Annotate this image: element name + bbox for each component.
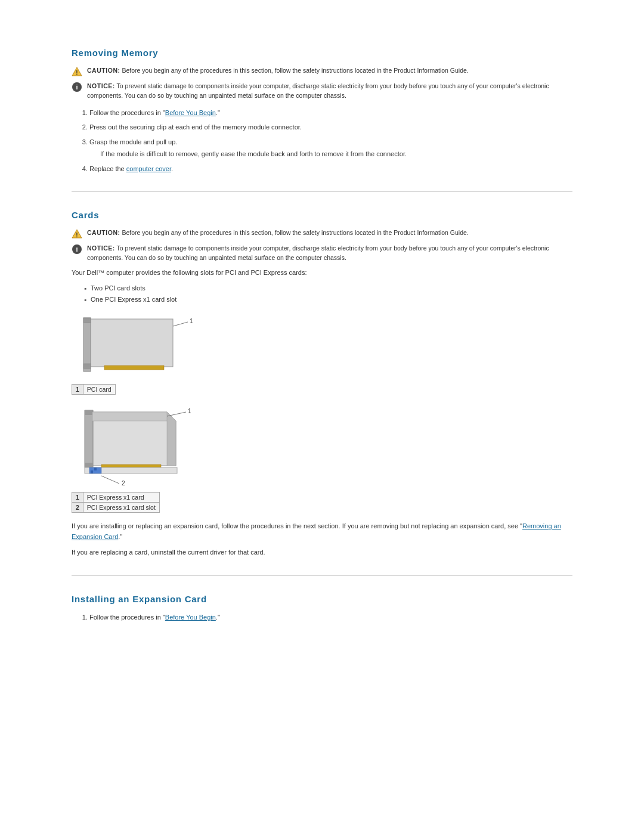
step-1: Follow the procedures in "Before You Beg… [89,108,572,118]
pci-express-caption: 1 PCI Express x1 card 2 PCI Express x1 c… [72,492,160,513]
svg-rect-25 [91,470,93,473]
step-3: Grasp the module and pull up. If the mod… [89,137,572,159]
pci-express-caption-label-1: PCI Express x1 card [83,493,159,503]
pci-express-caption-row-1: 1 PCI Express x1 card [72,493,160,503]
computer-cover-link[interactable]: computer cover [126,165,171,172]
replace-driver-text: If you are replacing a card, uninstall t… [72,547,572,558]
bullet-item-2: One PCI Express x1 card slot [83,294,572,305]
pci-card-caption-row: 1 PCI card [72,385,116,395]
before-you-begin-link-1[interactable]: Before You Begin [165,109,216,116]
svg-line-26 [167,412,186,416]
pci-express-caption-num-1: 1 [72,493,83,503]
cards-caution-icon: ! [72,228,82,239]
step-4: Replace the computer cover. [89,164,572,174]
svg-text:2: 2 [122,480,125,487]
pci-card-diagram: 1 [72,313,572,382]
svg-rect-17 [85,463,93,467]
installing-expansion-card-title: Installing an Expansion Card [72,594,572,604]
svg-line-28 [101,476,119,484]
svg-marker-19 [92,412,176,421]
caution-icon: ! [72,66,82,77]
installing-expansion-card-section: Installing an Expansion Card Follow the … [72,594,572,623]
removing-memory-notice: i NOTICE: To prevent static damage to co… [72,82,572,101]
svg-rect-18 [85,410,93,415]
install-step-1: Follow the procedures in "Before You Beg… [89,612,572,623]
svg-rect-9 [83,318,91,371]
cards-title: Cards [72,210,572,220]
cards-caution: ! CAUTION: Before you begin any of the p… [72,228,572,239]
pci-card-caption-label: PCI card [83,385,115,395]
svg-rect-10 [83,364,91,368]
cards-notice: i NOTICE: To prevent static damage to co… [72,244,572,263]
pci-express-caption-label-2: PCI Express x1 card slot [83,503,159,513]
cards-notice-text: NOTICE: To prevent static damage to comp… [87,244,572,263]
install-replace-text: If you are installing or replacing an ex… [72,521,572,542]
svg-rect-11 [83,318,91,323]
svg-text:i: i [76,246,78,253]
before-you-begin-link-install[interactable]: Before You Begin [165,614,216,621]
svg-text:1: 1 [190,318,193,324]
cards-intro: Your Dell™ computer provides the followi… [72,268,572,278]
svg-marker-16 [85,410,93,467]
step-2: Press out the securing clip at each end … [89,122,572,132]
step-3-sub-note: If the module is difficult to remove, ge… [100,149,572,159]
removing-memory-title: Removing Memory [72,48,572,58]
svg-rect-12 [104,366,164,370]
cards-caution-text: CAUTION: Before you begin any of the pro… [87,228,469,238]
svg-text:1: 1 [188,408,191,414]
svg-text:!: ! [76,232,78,239]
installing-expansion-card-steps: Follow the procedures in "Before You Beg… [89,612,572,623]
pci-card-caption-number: 1 [72,385,83,395]
pci-express-svg: 1 2 [72,403,203,490]
svg-text:i: i [76,83,78,91]
pci-express-caption-num-2: 2 [72,503,83,513]
cards-section: Cards ! CAUTION: Before you begin any of… [72,210,572,558]
cards-notice-icon: i [72,244,82,255]
bullet-item-1: Two PCI card slots [83,283,572,294]
removing-memory-caution-text: CAUTION: Before you begin any of the pro… [87,66,469,76]
svg-rect-8 [89,319,173,367]
removing-memory-notice-text: NOTICE: To prevent static damage to comp… [87,82,572,101]
section-divider [72,191,572,192]
pci-express-caption-row-2: 2 PCI Express x1 card slot [72,503,160,513]
pci-card-caption: 1 PCI card [72,384,116,395]
removing-memory-steps: Follow the procedures in "Before You Beg… [89,108,572,174]
removing-memory-section: Removing Memory ! CAUTION: Before you be… [72,48,572,174]
removing-memory-caution: ! CAUTION: Before you begin any of the p… [72,66,572,77]
cards-bullet-list: Two PCI card slots One PCI Express x1 ca… [83,283,572,305]
svg-text:!: ! [76,70,78,76]
svg-line-13 [173,322,188,326]
svg-marker-20 [167,412,176,466]
notice-icon: i [72,82,82,92]
svg-rect-24 [94,467,97,470]
pci-card-svg: 1 [72,313,203,382]
cards-end-divider [72,575,572,576]
pci-express-diagram: 1 2 [72,403,572,490]
